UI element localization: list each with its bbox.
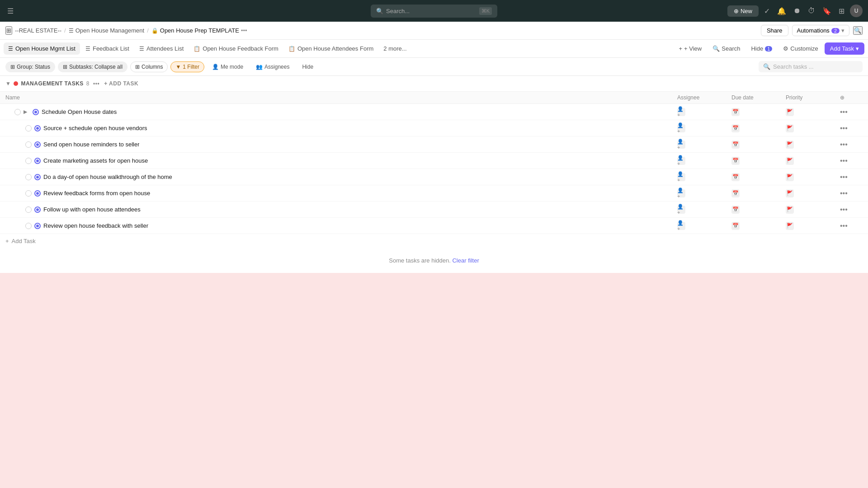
edit-icon[interactable]: ✏ bbox=[175, 156, 183, 165]
new-button[interactable]: ⊕ New bbox=[727, 5, 759, 17]
group-filter-chip[interactable]: ⊞ Group: Status bbox=[5, 61, 55, 72]
add-task-button[interactable]: Add Task ▾ bbox=[825, 42, 864, 55]
subtasks-filter-chip[interactable]: ⊞ Subtasks: Collapse all bbox=[58, 61, 127, 72]
task-priority-field[interactable]: 🚩 bbox=[786, 157, 840, 165]
edit-icon[interactable]: ✏ bbox=[177, 189, 185, 197]
automations-button[interactable]: Automations 2 ▾ bbox=[792, 25, 849, 36]
assignee-placeholder-icon[interactable]: 👤+ bbox=[677, 141, 685, 149]
duedate-placeholder-icon[interactable]: 📅 bbox=[731, 124, 740, 132]
tag-icon[interactable]: 🏷 bbox=[132, 108, 142, 116]
task-more-button[interactable]: ••• bbox=[840, 173, 863, 181]
task-row[interactable]: ⠿ Send open house reminders to seller + … bbox=[0, 136, 868, 153]
priority-placeholder-icon[interactable]: 🚩 bbox=[786, 141, 794, 149]
task-assignee-field[interactable]: 👤+ bbox=[677, 206, 731, 214]
task-duedate-field[interactable]: 📅 bbox=[731, 173, 786, 181]
tab-attendees-form[interactable]: 📋 Open House Attendees Form bbox=[284, 42, 378, 55]
add-column-icon[interactable]: ⊕ bbox=[840, 94, 844, 101]
task-checkbox[interactable] bbox=[25, 223, 32, 229]
notifications-icon-button[interactable]: 🔔 bbox=[775, 5, 788, 17]
edit-icon[interactable]: ✏ bbox=[166, 140, 175, 149]
columns-filter-chip[interactable]: ⊞ Columns bbox=[130, 61, 168, 72]
add-view-button[interactable]: + + View bbox=[675, 43, 707, 54]
add-subtask-icon[interactable]: + bbox=[153, 124, 160, 132]
duedate-placeholder-icon[interactable]: 📅 bbox=[731, 206, 740, 214]
task-duedate-field[interactable]: 📅 bbox=[731, 157, 786, 165]
assignee-column-header[interactable]: Assignee bbox=[677, 94, 731, 101]
task-more-button[interactable]: ••• bbox=[840, 157, 863, 165]
section-add-task-button[interactable]: + Add Task bbox=[104, 80, 138, 87]
task-assignee-field[interactable]: 👤+ bbox=[677, 141, 731, 149]
checkmark-icon-button[interactable]: ✓ bbox=[762, 5, 772, 17]
edit-icon[interactable]: ✏ bbox=[175, 221, 184, 230]
add-subtask-icon[interactable]: + bbox=[147, 205, 154, 214]
task-priority-field[interactable]: 🚩 bbox=[786, 189, 840, 197]
task-priority-field[interactable]: 🚩 bbox=[786, 173, 840, 181]
task-assignee-field[interactable]: 👤+ bbox=[677, 157, 731, 165]
task-priority-field[interactable]: 🚩 bbox=[786, 124, 840, 132]
assignees-chip[interactable]: 👥 Assignees bbox=[251, 61, 294, 72]
tag-icon[interactable]: 🏷 bbox=[165, 189, 175, 197]
tab-feedback-list[interactable]: ☰ Feedback List bbox=[81, 42, 134, 55]
assignee-placeholder-icon[interactable]: 👤+ bbox=[677, 157, 685, 165]
tab-mgmt-list[interactable]: ☰ Open House Mgmt List bbox=[4, 42, 80, 55]
grid-icon-button[interactable]: ⊞ bbox=[837, 5, 846, 17]
task-assignee-field[interactable]: 👤+ bbox=[677, 173, 731, 181]
task-checkbox[interactable] bbox=[25, 206, 32, 213]
add-subtask-icon[interactable]: + bbox=[123, 108, 130, 116]
assignee-placeholder-icon[interactable]: 👤+ bbox=[677, 222, 685, 230]
tag-icon[interactable]: 🏷 bbox=[164, 221, 173, 230]
tag-icon[interactable]: 🏷 bbox=[162, 124, 172, 132]
breadcrumb-more-icon[interactable]: ••• bbox=[241, 27, 247, 34]
task-row[interactable]: ⠿ Do a day-of open house walkthrough of … bbox=[0, 169, 868, 185]
task-more-button[interactable]: ••• bbox=[840, 206, 863, 214]
record-icon-button[interactable]: ⏺ bbox=[792, 5, 802, 17]
priority-placeholder-icon[interactable]: 🚩 bbox=[786, 222, 794, 230]
sidebar-icon-button[interactable]: ⊞ bbox=[5, 26, 12, 35]
task-duedate-field[interactable]: 📅 bbox=[731, 189, 786, 197]
customize-button[interactable]: ⚙ Customize bbox=[778, 43, 822, 54]
section-breadcrumb[interactable]: ☰ Open House Management bbox=[69, 27, 144, 34]
task-status-icon[interactable] bbox=[33, 109, 39, 115]
task-priority-field[interactable]: 🚩 bbox=[786, 141, 840, 149]
section-collapse-button[interactable]: ▼ bbox=[5, 80, 11, 87]
task-more-button[interactable]: ••• bbox=[840, 108, 863, 116]
task-duedate-field[interactable]: 📅 bbox=[731, 108, 786, 116]
task-status-icon[interactable] bbox=[34, 206, 41, 213]
task-status-icon[interactable] bbox=[34, 174, 41, 180]
task-status-icon[interactable] bbox=[34, 190, 41, 197]
tag-icon[interactable]: 🏷 bbox=[187, 173, 197, 181]
global-search-icon-button[interactable]: 🔍 bbox=[853, 26, 863, 35]
duedate-column-header[interactable]: Due date bbox=[731, 94, 786, 101]
task-row[interactable]: ⠿ Review feedback forms from open house … bbox=[0, 185, 868, 202]
task-priority-field[interactable]: 🚩 bbox=[786, 222, 840, 230]
avatar-icon-button[interactable]: U bbox=[850, 5, 863, 17]
task-checkbox[interactable] bbox=[25, 174, 32, 180]
task-duedate-field[interactable]: 📅 bbox=[731, 141, 786, 149]
workspace-breadcrumb[interactable]: --REAL ESTATE-- bbox=[15, 27, 61, 34]
hide-button[interactable]: Hide 1 bbox=[746, 43, 777, 54]
duedate-placeholder-icon[interactable]: 📅 bbox=[731, 189, 740, 197]
tag-icon[interactable]: 🏷 bbox=[155, 140, 164, 149]
task-assignee-field[interactable]: 👤+ bbox=[677, 124, 731, 132]
priority-placeholder-icon[interactable]: 🚩 bbox=[786, 157, 794, 165]
duedate-placeholder-icon[interactable]: 📅 bbox=[731, 222, 740, 230]
duedate-placeholder-icon[interactable]: 📅 bbox=[731, 141, 740, 149]
priority-column-header[interactable]: Priority bbox=[786, 94, 840, 101]
expand-icon[interactable]: ▶ bbox=[24, 109, 30, 115]
edit-icon[interactable]: ✏ bbox=[198, 173, 207, 181]
task-priority-field[interactable]: 🚩 bbox=[786, 206, 840, 214]
tag-icon[interactable]: 🏷 bbox=[163, 156, 173, 165]
duedate-placeholder-icon[interactable]: 📅 bbox=[731, 108, 740, 116]
task-status-icon[interactable] bbox=[34, 223, 41, 229]
task-checkbox[interactable] bbox=[25, 158, 32, 164]
add-task-row[interactable]: + Add Task bbox=[0, 234, 868, 248]
task-row[interactable]: ⠿ Source + schedule open house vendors +… bbox=[0, 120, 868, 136]
add-subtask-icon[interactable]: + bbox=[146, 140, 153, 149]
priority-placeholder-icon[interactable]: 🚩 bbox=[786, 108, 794, 116]
current-page-breadcrumb[interactable]: 🔒 Open House Prep TEMPLATE ••• bbox=[151, 27, 247, 34]
assignee-placeholder-icon[interactable]: 👤+ bbox=[677, 206, 685, 214]
sidebar-toggle-button[interactable]: ☰ bbox=[5, 5, 15, 17]
add-subtask-icon[interactable]: + bbox=[154, 156, 161, 165]
tab-attendees-list[interactable]: ☰ Attendees List bbox=[135, 42, 188, 55]
task-checkbox[interactable] bbox=[25, 190, 32, 197]
